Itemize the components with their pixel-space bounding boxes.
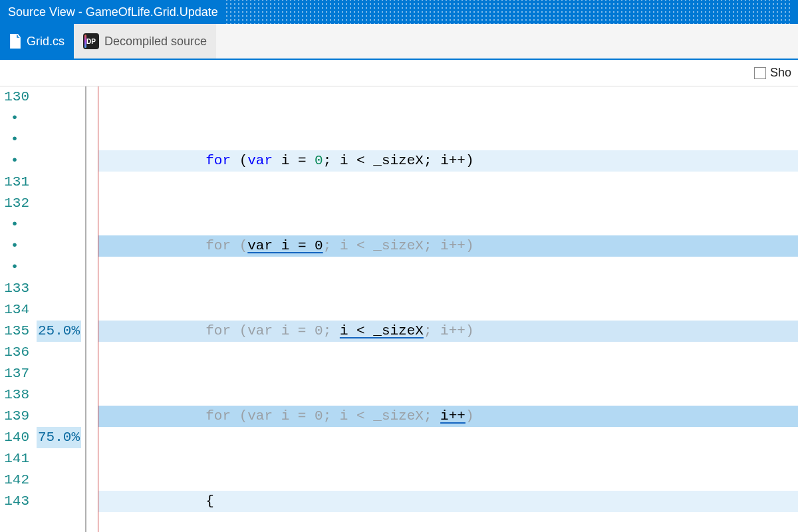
checkbox-label: Sho xyxy=(770,66,791,80)
editor-toolbar: Sho xyxy=(0,60,798,86)
percent-gutter: 25.0% 75.0% xyxy=(33,86,85,532)
tab-bar: Grid.cs DP Decompiled source xyxy=(0,24,798,60)
tab-label: Grid.cs xyxy=(27,35,65,49)
checkbox-box[interactable] xyxy=(754,67,766,79)
pct-cell xyxy=(33,235,81,257)
window-title: Source View - GameOfLife.Grid.Update xyxy=(8,5,218,19)
csharp-file-icon xyxy=(9,34,21,49)
pct-cell xyxy=(33,491,81,512)
gutter-separator xyxy=(85,86,98,532)
line-number: 133 xyxy=(0,278,29,299)
pct-cell xyxy=(33,469,81,491)
sub-line-marker xyxy=(0,235,29,257)
code-line[interactable]: for (var i = 0; i < _sizeX; i++) xyxy=(98,321,798,342)
tab-decompiled[interactable]: DP Decompiled source xyxy=(74,24,216,59)
line-number: 136 xyxy=(0,342,29,363)
pct-cell: 25.0% xyxy=(33,321,81,342)
pct-cell xyxy=(33,257,81,278)
line-number: 141 xyxy=(0,448,29,469)
line-number: 134 xyxy=(0,299,29,321)
pct-cell xyxy=(33,406,81,427)
pct-cell xyxy=(33,150,81,172)
pct-cell xyxy=(33,129,81,150)
show-checkbox[interactable]: Sho xyxy=(754,66,791,80)
sub-line-marker xyxy=(0,214,29,235)
pct-cell xyxy=(33,172,81,193)
pct-cell xyxy=(33,384,81,406)
code-line[interactable]: for (var i = 0; i < _sizeX; i++) xyxy=(98,235,798,257)
pct-cell xyxy=(33,448,81,469)
sub-line-marker xyxy=(0,129,29,150)
code-area[interactable]: for (var i = 0; i < _sizeX; i++) for (va… xyxy=(98,86,798,532)
sub-line-marker xyxy=(0,108,29,129)
pct-cell xyxy=(33,86,81,108)
pct-cell xyxy=(33,342,81,363)
line-number: 135 xyxy=(0,321,29,342)
line-number-gutter: 130 131 132 133 134 135 136 137 138 139 … xyxy=(0,86,33,532)
sub-line-marker xyxy=(0,257,29,278)
line-number: 140 xyxy=(0,427,29,448)
pct-cell xyxy=(33,193,81,214)
titlebar-grip[interactable] xyxy=(225,0,790,24)
line-number: 139 xyxy=(0,406,29,427)
tab-label: Decompiled source xyxy=(104,35,207,49)
code-line[interactable]: for (var i = 0; i < _sizeX; i++) xyxy=(98,150,798,172)
line-number: 142 xyxy=(0,469,29,491)
pct-cell xyxy=(33,108,81,129)
pct-cell: 75.0% xyxy=(33,427,81,448)
dotpeek-icon: DP xyxy=(83,33,99,49)
line-number: 137 xyxy=(0,363,29,384)
code-line[interactable]: { xyxy=(98,491,798,512)
pct-cell xyxy=(33,363,81,384)
window-titlebar: Source View - GameOfLife.Grid.Update xyxy=(0,0,798,24)
line-number: 131 xyxy=(0,172,29,193)
line-number: 130 xyxy=(0,86,29,108)
code-editor[interactable]: 130 131 132 133 134 135 136 137 138 139 … xyxy=(0,86,798,532)
pct-cell xyxy=(33,278,81,299)
pct-cell xyxy=(33,214,81,235)
code-line[interactable]: for (var i = 0; i < _sizeX; i++) xyxy=(98,406,798,427)
line-number: 143 xyxy=(0,491,29,512)
pct-cell xyxy=(33,299,81,321)
line-number: 132 xyxy=(0,193,29,214)
tab-grid-cs[interactable]: Grid.cs xyxy=(0,24,74,59)
sub-line-marker xyxy=(0,150,29,172)
line-number: 138 xyxy=(0,384,29,406)
